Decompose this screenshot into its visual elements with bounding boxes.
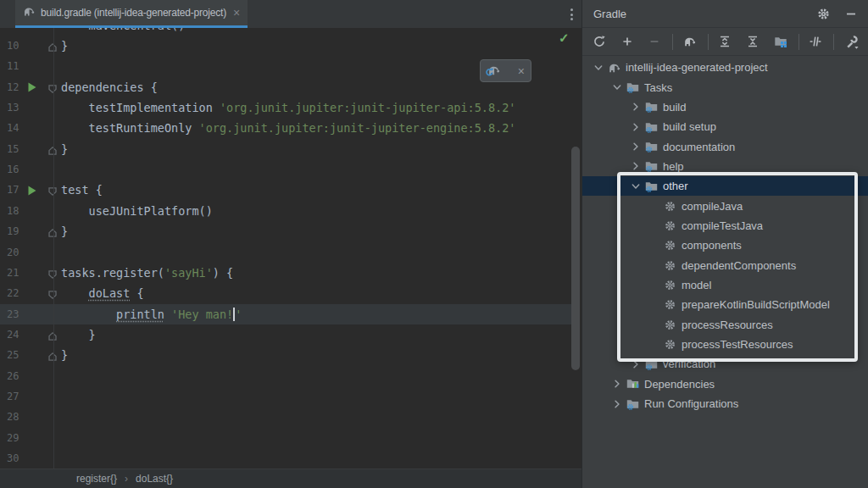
fold-start-marker-icon[interactable] — [47, 288, 58, 298]
code-line-16[interactable]: 16 — [0, 159, 571, 180]
task-folder-icon — [644, 100, 659, 114]
code-line-21[interactable]: 21tasks.register('sayHi') { — [0, 263, 571, 283]
code-line-20[interactable]: 20 — [0, 242, 571, 263]
breadcrumb-register[interactable]: register{} — [76, 473, 117, 485]
tab-options-menu-icon[interactable] — [569, 7, 575, 22]
tree-item-documentation[interactable]: documentation — [582, 136, 868, 156]
code-line-14[interactable]: 14 testRuntimeOnly 'org.junit.jupiter:ju… — [0, 118, 571, 138]
code-text: test { — [61, 180, 103, 200]
tree-item-label: Run Configurations — [644, 397, 738, 410]
code-line-19[interactable]: 19} — [0, 221, 571, 241]
chevron-right-icon[interactable] — [628, 100, 643, 114]
gradle-settings-button[interactable] — [840, 30, 862, 53]
line-number: 13 — [7, 97, 19, 118]
tree-item-model[interactable]: model — [582, 275, 868, 295]
tab-close-icon[interactable]: × — [233, 7, 240, 19]
code-line-13[interactable]: 13 testImplementation 'org.junit.jupiter… — [0, 97, 571, 118]
fold-end-marker-icon[interactable] — [47, 226, 58, 236]
expand-all-button[interactable] — [715, 30, 737, 53]
chevron-right-icon[interactable] — [628, 120, 643, 134]
line-number: 18 — [7, 201, 19, 221]
editor-scrollbar[interactable] — [571, 147, 580, 370]
code-line-27[interactable]: 27 — [0, 386, 571, 407]
code-line-24[interactable]: 24 } — [0, 324, 571, 345]
tree-item-build[interactable]: build — [582, 97, 868, 117]
tree-item-intellij-idea-generated-project[interactable]: intellij-idea-generated-project — [582, 58, 868, 77]
code-text: testImplementation 'org.junit.jupiter:ju… — [61, 97, 515, 118]
chevron-right-icon[interactable] — [628, 358, 643, 371]
execute-gradle-task-button[interactable] — [679, 30, 701, 53]
tree-item-compiletestjava[interactable]: compileTestJava — [582, 216, 868, 236]
tree-item-verification[interactable]: verification — [582, 354, 868, 374]
code-line-23[interactable]: 23 println 'Hey man!' — [0, 304, 571, 324]
reload-all-gradle-projects-button[interactable] — [588, 30, 610, 53]
line-number: 24 — [7, 324, 19, 345]
chevron-right-icon[interactable] — [628, 159, 643, 173]
code-line-30[interactable]: 30 — [0, 448, 571, 469]
code-line-15[interactable]: 15} — [0, 139, 571, 159]
chevron-right-icon[interactable] — [609, 397, 624, 411]
code-line-29[interactable]: 29 — [0, 428, 571, 448]
collapse-all-button[interactable] — [742, 30, 764, 53]
tree-item-dependencies[interactable]: Dependencies — [582, 374, 868, 394]
line-number: 11 — [7, 56, 19, 76]
tab-build-gradle[interactable]: build.gradle (intellij-idea-generated-pr… — [15, 0, 248, 28]
toolbar-separator — [672, 34, 673, 50]
tree-item-label: model — [682, 279, 711, 291]
settings-gear-icon[interactable] — [816, 7, 831, 21]
chevron-down-icon[interactable] — [628, 180, 643, 193]
chevron-spacer — [647, 219, 661, 232]
chevron-spacer — [647, 279, 661, 292]
breadcrumb-dolast[interactable]: doLast{} — [136, 473, 173, 485]
fold-end-marker-icon[interactable] — [47, 330, 58, 340]
gear-icon — [663, 219, 677, 232]
code-line-18[interactable]: 18 useJUnitPlatform() — [0, 201, 571, 221]
tree-item-dependentcomponents[interactable]: dependentComponents — [582, 256, 868, 275]
gear-icon — [663, 199, 677, 213]
run-task-icon[interactable] — [26, 81, 37, 93]
code-line-28[interactable]: 28 — [0, 407, 571, 427]
fold-start-marker-icon[interactable] — [47, 268, 58, 278]
tree-item-label: components — [682, 239, 742, 252]
tree-item-components[interactable]: components — [582, 236, 868, 255]
fold-start-marker-icon[interactable] — [47, 82, 58, 92]
gradle-reload-icon[interactable] — [487, 64, 502, 78]
line-number: 29 — [7, 428, 19, 448]
tree-item-processresources[interactable]: processResources — [582, 315, 868, 335]
tree-item-build-setup[interactable]: build setup — [582, 117, 868, 136]
load-gradle-changes-widget[interactable]: × — [480, 59, 531, 82]
detach-gradle-project-button[interactable] — [643, 30, 665, 53]
fold-start-marker-icon[interactable] — [47, 185, 58, 195]
code-editor[interactable]: mavenCentral() 10}1112dependencies {13 t… — [0, 0, 581, 469]
fold-end-marker-icon[interactable] — [47, 41, 58, 51]
dependency-analyzer-button[interactable] — [770, 30, 792, 53]
minimize-icon[interactable] — [844, 7, 858, 20]
chevron-right-icon[interactable] — [609, 377, 624, 391]
tree-item-label: processTestResources — [682, 338, 793, 351]
tree-item-processtestresources[interactable]: processTestResources — [582, 335, 868, 354]
tree-item-tasks[interactable]: Tasks — [582, 77, 868, 97]
fold-end-marker-icon[interactable] — [47, 350, 58, 360]
code-line-22[interactable]: 22 doLast { — [0, 283, 571, 303]
attach-gradle-project-button[interactable] — [616, 30, 638, 53]
tree-item-help[interactable]: help — [582, 157, 868, 176]
code-text: tasks.register('sayHi') { — [61, 263, 233, 283]
chevron-right-icon[interactable] — [628, 140, 643, 153]
line-number: 30 — [7, 448, 19, 469]
tree-item-other[interactable]: other — [582, 176, 868, 196]
tree-item-compilejava[interactable]: compileJava — [582, 196, 868, 215]
chevron-down-icon[interactable] — [591, 61, 605, 75]
run-task-icon[interactable] — [26, 185, 37, 197]
toolbar-separator — [708, 34, 709, 50]
code-line-26[interactable]: 26 — [0, 366, 571, 386]
tree-item-preparekotlinbuildscriptmodel[interactable]: prepareKotlinBuildScriptModel — [582, 295, 868, 314]
tree-item-label: help — [663, 160, 684, 173]
toggle-offline-mode-button[interactable] — [805, 30, 827, 53]
tree-item-run-configurations[interactable]: Run Configurations — [582, 394, 868, 413]
code-line-10[interactable]: 10} — [0, 36, 571, 56]
code-line-17[interactable]: 17test { — [0, 180, 571, 200]
chevron-down-icon[interactable] — [609, 80, 624, 94]
fold-end-marker-icon[interactable] — [47, 144, 58, 154]
close-icon[interactable]: × — [518, 65, 525, 77]
code-line-25[interactable]: 25} — [0, 345, 571, 365]
